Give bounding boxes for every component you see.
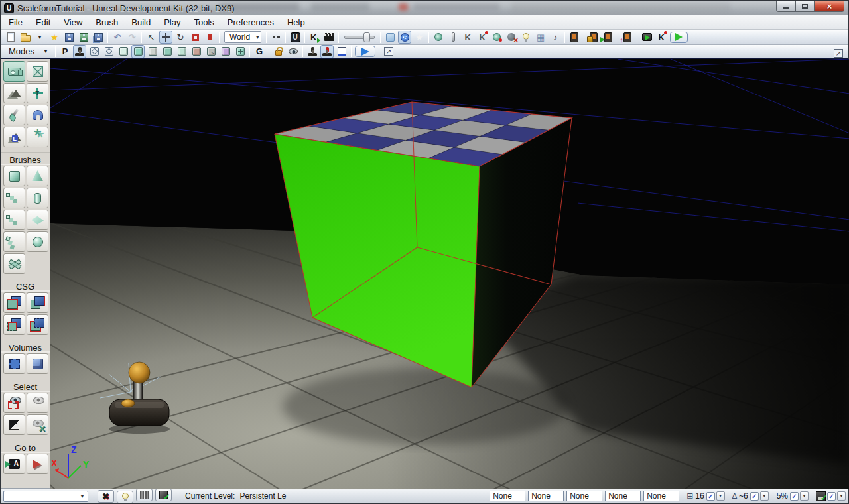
deploy-to-device-button[interactable] [621,31,634,44]
mobile-device-button[interactable] [568,31,581,44]
coordinate-system-select[interactable]: World▾ [224,31,261,43]
viewmode-light-complexity-button[interactable] [219,45,232,58]
viewmode-detail-lighting-button[interactable] [146,45,159,58]
rotation-grid-checkbox[interactable]: ✓ [750,492,759,501]
path-node-alt-button[interactable]: K [476,31,489,44]
cone-brush-button[interactable] [27,166,48,186]
csg-subtract-button[interactable] [27,292,48,313]
hide-unselected-button[interactable] [27,414,48,435]
play-in-viewport-button[interactable] [640,31,653,44]
show-brushes-toggle[interactable] [383,31,397,44]
light-actor-button[interactable] [446,31,460,44]
favorites-button[interactable]: ★ [48,31,61,44]
save-copy-button[interactable] [92,31,105,44]
status-field-1[interactable]: None [490,491,525,501]
menu-item-help[interactable]: Help [281,15,312,29]
close-button[interactable]: × [815,1,844,12]
maximize-button[interactable] [795,1,815,12]
favorites-filter-toggle[interactable]: ★ [413,31,426,44]
status-field-3[interactable]: None [566,491,602,501]
status-field-4[interactable]: None [605,491,641,501]
spiral-staircase-brush-button[interactable] [3,231,25,252]
camera-speed-slider[interactable] [344,32,375,42]
drag-grid-dropdown[interactable]: ▾ [716,491,725,501]
title-bar[interactable]: U ScaleformTutorial - Unreal Development… [1,1,848,15]
show-flags-button[interactable] [287,45,300,58]
staircase-brush-button[interactable] [3,210,25,230]
show-selected-button[interactable] [3,393,25,413]
hide-selected-button[interactable] [27,393,48,413]
invert-selection-button[interactable] [3,414,25,435]
viewmode-wireframe-button[interactable] [88,45,101,58]
autosave-checkbox[interactable]: ✓ [827,492,836,501]
csg-deintersect-button[interactable] [27,314,48,335]
scale-snap-checkbox[interactable]: ✓ [790,492,799,501]
static-mesh-mode-button[interactable] [27,105,48,125]
viewport-3d-scene[interactable]: ZYX [50,59,849,489]
terrain-mode-button[interactable] [3,83,25,103]
maximize-viewport-button[interactable] [335,45,348,58]
open-level-button[interactable] [19,31,32,44]
status-field-2[interactable]: None [528,491,564,501]
autosave-dropdown[interactable]: ▾ [837,491,846,501]
menu-item-edit[interactable]: Edit [29,15,57,29]
csg-intersect-button[interactable] [3,314,25,335]
scale-snap-dropdown[interactable]: ▾ [800,491,809,501]
orb-actor-button[interactable] [490,31,503,44]
menu-item-preferences[interactable]: Preferences [221,15,281,29]
rotate-tool-button[interactable]: ↻ [174,31,187,44]
menu-item-brush[interactable]: Brush [89,15,125,29]
drag-grid-checkbox[interactable]: ✓ [706,492,715,501]
cube-brush-button[interactable] [3,166,25,186]
possess-red-button[interactable] [320,45,334,58]
remove-actor-button[interactable] [505,31,518,44]
kismet-debug-button[interactable]: K [655,31,668,44]
emissive-orb-button[interactable] [432,31,445,44]
viewmode-shader-complexity-button[interactable] [190,45,203,58]
matinee-button[interactable] [322,31,336,44]
modes-dropdown[interactable]: ▼ [39,45,52,58]
kismet-button[interactable]: K [308,31,321,44]
grid-panel-button[interactable]: ▦ [534,31,547,44]
paths-indicator-button[interactable] [136,489,153,501]
select-tool-button[interactable]: ↖ [145,31,158,44]
sheet-brush-button[interactable] [27,210,48,230]
status-field-5[interactable]: None [643,491,679,501]
menu-item-build[interactable]: Build [125,15,157,29]
landscape-mode-button[interactable] [3,127,25,147]
geometry-ok-button[interactable] [155,489,172,501]
menu-item-play[interactable]: Play [157,15,187,29]
mesh-paint-mode-button[interactable] [3,105,25,125]
add-volume-cube-button[interactable] [27,353,48,374]
translucent-selection-toggle[interactable] [398,31,411,44]
bulb-actor-button[interactable] [519,31,533,44]
sound-actor-button[interactable]: ♪ [549,31,562,44]
texture-align-mode-button[interactable] [27,83,48,103]
device-settings-button[interactable] [587,31,600,44]
viewmode-texture-density-button[interactable] [175,45,188,58]
goto-actor-button[interactable] [3,454,25,474]
csg-add-button[interactable] [3,292,25,313]
menu-item-tools[interactable]: Tools [188,15,221,29]
cylinder-brush-button[interactable] [27,188,48,208]
save-all-button[interactable] [77,31,90,44]
redo-button[interactable]: ↷ [125,31,139,44]
undock-toolbar-button[interactable]: ↗ [832,46,845,60]
game-view-button[interactable]: G [253,45,266,58]
sphere-brush-button[interactable] [27,231,48,252]
foliage-mode-button[interactable]: * [27,127,48,147]
perspective-viewport[interactable]: ZYX [50,59,848,488]
viewmode-lit-button[interactable] [131,45,145,58]
viewmode-reflections-button[interactable] [233,45,247,58]
goto-builder-brush-button[interactable] [27,454,48,474]
unreal-frontend-button[interactable]: U [289,31,302,44]
viewmode-lightmap-density-button[interactable] [204,45,218,58]
open-recent-dropdown[interactable]: ▾ [33,31,46,44]
geometry-mode-button[interactable] [27,61,48,82]
play-in-editor-button[interactable] [669,31,688,44]
volumetric-brush-button[interactable] [3,253,25,274]
camera-mode-button[interactable] [3,61,25,82]
undo-button[interactable]: ↶ [111,31,124,44]
play-level-button[interactable] [354,45,376,58]
bsp-auto-update-button[interactable]: ✖ [98,490,114,503]
